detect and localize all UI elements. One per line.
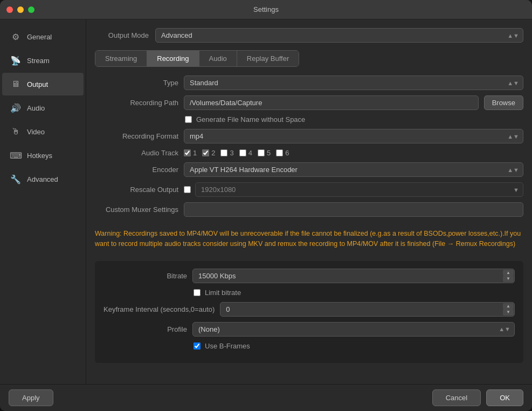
close-button[interactable] <box>6 6 13 13</box>
tab-recording[interactable]: Recording <box>147 51 199 66</box>
recording-format-container: mp4 mkv mov flv ts ▲▼ <box>184 129 523 143</box>
track-6-checkbox[interactable] <box>276 149 283 156</box>
sidebar-item-general[interactable]: ⚙ General <box>2 25 84 48</box>
output-mode-row: Output Mode Advanced Simple ▲▼ <box>95 28 523 43</box>
limit-bitrate-checkbox[interactable] <box>194 289 201 296</box>
track-1-checkbox[interactable] <box>184 149 191 156</box>
cancel-button[interactable]: Cancel <box>432 389 481 406</box>
recording-path-container <box>184 95 479 110</box>
use-bframes-label: Use B-Frames <box>205 342 250 350</box>
track-3-checkbox[interactable] <box>220 149 227 156</box>
keyframe-up-button[interactable]: ▲ <box>503 303 514 310</box>
rescale-container: ▼ <box>184 182 523 197</box>
window-title: Settings <box>253 5 279 13</box>
bitrate-input[interactable] <box>192 269 515 283</box>
encoder-row: Encoder Apple VT H264 Hardware Encoder x… <box>95 162 523 177</box>
profile-select[interactable]: (None) baseline main high <box>192 322 515 337</box>
minimize-button[interactable] <box>17 6 24 13</box>
generate-filename-checkbox[interactable] <box>185 116 192 123</box>
generate-filename-row: Generate File Name without Space <box>95 115 523 124</box>
type-select[interactable]: Standard Custom Output (FFmpeg) <box>184 76 523 90</box>
track-5-label: 5 <box>267 149 271 157</box>
bottom-right: Cancel OK <box>432 389 523 406</box>
sidebar-item-output[interactable]: 🖥 Output <box>2 73 84 95</box>
keyframe-input[interactable] <box>220 302 515 317</box>
rescale-label: Rescale Output <box>95 186 178 194</box>
muxer-input[interactable] <box>184 202 523 217</box>
type-label: Type <box>95 79 178 87</box>
rescale-checkbox[interactable] <box>184 186 191 193</box>
titlebar: Settings <box>0 0 532 19</box>
track-4: 4 <box>239 149 252 157</box>
rescale-row: Rescale Output ▼ <box>95 182 523 197</box>
ok-button[interactable]: OK <box>486 389 523 406</box>
sidebar-label-hotkeys: Hotkeys <box>27 152 52 160</box>
tab-replay-buffer[interactable]: Replay Buffer <box>237 51 299 66</box>
encoder-select[interactable]: Apple VT H264 Hardware Encoder x264 <box>184 162 523 177</box>
limit-bitrate-row: Limit bitrate <box>103 289 515 297</box>
apply-button[interactable]: Apply <box>9 389 53 406</box>
muxer-label: Custom Muxer Settings <box>95 206 178 214</box>
app-body: ⚙ General 📡 Stream 🖥 Output 🔊 Audio 🖱 Vi… <box>0 19 532 384</box>
browse-button[interactable]: Browse <box>484 95 523 110</box>
bitrate-up-button[interactable]: ▲ <box>503 270 514 276</box>
output-icon: 🖥 <box>10 78 22 90</box>
track-2-checkbox[interactable] <box>202 149 209 156</box>
sidebar-item-stream[interactable]: 📡 Stream <box>2 49 84 72</box>
audio-icon: 🔊 <box>10 102 22 114</box>
bottom-left: Apply <box>9 389 53 406</box>
main-content: Output Mode Advanced Simple ▲▼ Streaming… <box>86 19 532 384</box>
track-1-label: 1 <box>193 149 197 157</box>
audio-track-label: Audio Track <box>95 149 178 157</box>
keyboard-icon: ⌨ <box>10 149 22 161</box>
recording-path-input[interactable] <box>184 95 479 110</box>
output-mode-container: Advanced Simple ▲▼ <box>155 28 523 43</box>
sidebar-label-advanced: Advanced <box>27 175 58 183</box>
tab-audio[interactable]: Audio <box>199 51 237 66</box>
gear-icon: ⚙ <box>10 31 22 43</box>
recording-format-row: Recording Format mp4 mkv mov flv ts ▲▼ <box>95 129 523 143</box>
profile-row: Profile (None) baseline main high ▲▼ <box>103 322 515 337</box>
bframes-row: Use B-Frames <box>103 342 515 350</box>
profile-container: (None) baseline main high ▲▼ <box>192 322 515 337</box>
sidebar-label-stream: Stream <box>27 57 50 65</box>
tab-streaming[interactable]: Streaming <box>95 51 147 66</box>
track-4-label: 4 <box>248 149 252 157</box>
video-icon: 🖱 <box>10 126 22 138</box>
output-mode-label: Output Mode <box>95 31 149 39</box>
sidebar-item-advanced[interactable]: 🔧 Advanced <box>2 168 84 190</box>
rescale-value-container: ▼ <box>195 182 523 197</box>
limit-bitrate-label: Limit bitrate <box>205 289 241 297</box>
bitrate-row: Bitrate ▲ ▼ <box>103 269 515 283</box>
encoder-label: Encoder <box>95 166 178 174</box>
sidebar-item-hotkeys[interactable]: ⌨ Hotkeys <box>2 144 84 167</box>
stream-icon: 📡 <box>10 54 22 66</box>
maximize-button[interactable] <box>28 6 34 13</box>
output-mode-select[interactable]: Advanced Simple <box>155 28 523 43</box>
bitrate-down-button[interactable]: ▼ <box>503 276 514 282</box>
wrench-icon: 🔧 <box>10 173 22 185</box>
track-6: 6 <box>276 149 289 157</box>
bitrate-container: ▲ ▼ <box>192 269 515 283</box>
track-5: 5 <box>258 149 271 157</box>
type-container: Standard Custom Output (FFmpeg) ▲▼ <box>184 76 523 90</box>
audio-tracks-container: 1 2 3 4 <box>184 149 289 157</box>
profile-label: Profile <box>103 325 187 333</box>
track-3-label: 3 <box>230 149 233 157</box>
keyframe-container: ▲ ▼ <box>220 302 515 317</box>
track-4-checkbox[interactable] <box>239 149 246 156</box>
sidebar-item-audio[interactable]: 🔊 Audio <box>2 97 84 119</box>
track-6-label: 6 <box>285 149 289 157</box>
track-2-label: 2 <box>211 149 215 157</box>
track-3: 3 <box>220 149 233 157</box>
use-bframes-checkbox[interactable] <box>194 342 201 350</box>
bottom-bar: Apply Cancel OK <box>0 384 532 411</box>
sidebar-item-video[interactable]: 🖱 Video <box>2 120 84 143</box>
recording-format-select[interactable]: mp4 mkv mov flv ts <box>184 129 523 143</box>
track-5-checkbox[interactable] <box>258 149 265 156</box>
tab-bar: Streaming Recording Audio Replay Buffer <box>95 50 299 67</box>
settings-window: Settings ⚙ General 📡 Stream 🖥 Output 🔊 A… <box>0 0 532 411</box>
warning-text: Warning: Recordings saved to MP4/MOV wil… <box>95 229 523 249</box>
type-row: Type Standard Custom Output (FFmpeg) ▲▼ <box>95 76 523 90</box>
keyframe-down-button[interactable]: ▼ <box>503 309 514 316</box>
